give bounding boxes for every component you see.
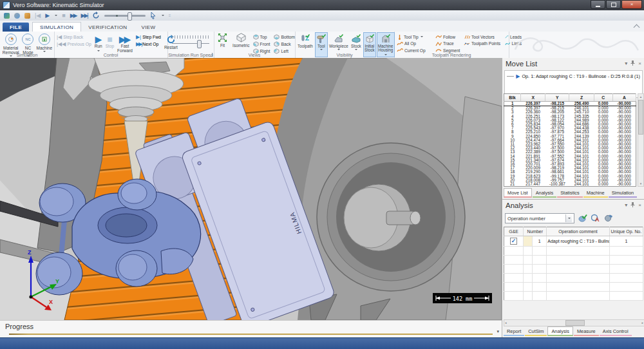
play-icon[interactable]: ▶: [45, 12, 50, 19]
column-header[interactable]: Unique Op. No.: [609, 227, 643, 236]
open-icon[interactable]: [24, 13, 30, 19]
column-header[interactable]: C: [594, 94, 612, 102]
app-menu-icon[interactable]: [4, 13, 10, 19]
dialog-launcher-icon[interactable]: [209, 53, 213, 57]
table-row[interactable]: ✓ 1 Adapt roughing C : T19 - Bullnose - …: [504, 236, 643, 247]
column-header[interactable]: Number: [524, 227, 547, 236]
scroll-right-icon[interactable]: ▸: [641, 320, 643, 325]
close-button[interactable]: ×: [621, 0, 642, 9]
panel-menu-icon[interactable]: ▾: [625, 61, 627, 66]
operation-tree-item[interactable]: ▶ Op. 1: Adapt roughing C : T19 - Bullno…: [507, 73, 640, 79]
stop-icon[interactable]: ■: [62, 12, 65, 19]
play-dropdown-icon[interactable]: [55, 15, 57, 17]
panel-tab-measure[interactable]: Measure: [574, 327, 599, 336]
collapse-ribbon-icon[interactable]: [634, 24, 640, 31]
table-row[interactable]: 1226.397-98.215256.4900.000-90.000: [504, 102, 636, 106]
fast-forward-icon[interactable]: ▶▶: [70, 12, 77, 19]
pin-icon[interactable]: [630, 61, 635, 67]
speed-slider-quick[interactable]: [104, 15, 146, 17]
step-fwd-button[interactable]: ▶|Step Fwd: [136, 33, 161, 41]
run-button[interactable]: ▶ Run: [95, 33, 102, 53]
isometric-view-button[interactable]: Isometric: [231, 32, 251, 55]
panel-menu-icon[interactable]: ▾: [625, 203, 627, 208]
table-row[interactable]: 2226.397-98.215246.1010.000-90.000: [504, 106, 636, 111]
panel-tab-analysis[interactable]: Analysis: [533, 189, 557, 198]
minimize-button[interactable]: [591, 0, 605, 9]
view-bottom-button[interactable]: Bottom: [274, 33, 295, 41]
pin-icon[interactable]: [630, 202, 635, 209]
column-header[interactable]: Operation comment: [547, 227, 609, 236]
column-header[interactable]: X: [521, 94, 545, 102]
scroll-left-icon[interactable]: ◂: [505, 320, 507, 325]
column-header[interactable]: A: [612, 94, 636, 102]
tool-tip-button[interactable]: Tool Tip: [397, 33, 434, 41]
column-header[interactable]: Blk: [504, 94, 521, 102]
pointer-icon[interactable]: [150, 12, 156, 19]
table-row[interactable]: 21217.447-100.387244.1010.000-90.000: [504, 182, 636, 187]
viewport-3d[interactable]: HILMA Z Y: [0, 58, 502, 320]
panel-tab-statistics[interactable]: Statistics: [557, 189, 583, 198]
analysis-settings-icon[interactable]: [603, 214, 613, 223]
all-op-button[interactable]: All Op: [397, 41, 434, 48]
step-back-icon[interactable]: |◀: [35, 12, 41, 19]
dropdown-arrow-icon: [355, 49, 357, 52]
step-back-button[interactable]: |◀Step Back: [57, 33, 91, 41]
panel-tab-move-list[interactable]: Move List: [504, 188, 532, 198]
column-header[interactable]: Z: [569, 94, 594, 102]
panel-tab-analysis[interactable]: Analysis: [547, 326, 573, 336]
operation-number: 1: [533, 236, 547, 247]
trace-button[interactable]: Trace: [435, 41, 462, 48]
color-by-icon[interactable]: A: [591, 214, 600, 223]
next-op-button[interactable]: ▶▶|Next Op: [136, 41, 161, 48]
toolpath-squiggle-icon: [435, 34, 442, 39]
follow-button[interactable]: Follow: [435, 33, 462, 41]
dropdown-button[interactable]: [565, 214, 572, 222]
scrollbar-thumb[interactable]: [638, 100, 643, 135]
panel-tab-axis-control[interactable]: Axis Control: [600, 327, 632, 336]
fast-forward-button[interactable]: ▶▶ Fast Forward: [117, 33, 133, 53]
restore-button[interactable]: [606, 0, 621, 9]
column-header[interactable]: Y: [545, 94, 569, 102]
step-back-icon: |◀: [57, 35, 62, 40]
tab-verification[interactable]: VERIFICATION: [81, 23, 134, 32]
next-op-icon[interactable]: ▶▶|: [80, 12, 87, 19]
tab-view[interactable]: VIEW: [134, 23, 162, 32]
fit-icon: [218, 33, 227, 43]
ge-checkbox[interactable]: ✓: [510, 238, 517, 245]
progress-dropdown-icon[interactable]: ▾: [497, 329, 499, 334]
tab-file[interactable]: FILE: [3, 23, 29, 32]
panel-tab-report[interactable]: Report: [504, 327, 524, 336]
fit-view-button[interactable]: Fit: [216, 32, 229, 55]
analysis-table: G&E Number Operation comment Unique Op. …: [504, 227, 643, 301]
panel-tab-machine[interactable]: Machine: [583, 189, 608, 198]
move-list-scrollbar[interactable]: ▴ ▾: [638, 93, 644, 187]
close-panel-icon[interactable]: ×: [638, 203, 641, 208]
analysis-scrollbar[interactable]: ◂ ▸: [504, 319, 644, 326]
move-list-title: Move List: [506, 60, 537, 68]
panel-tab-cutsim[interactable]: CutSim: [525, 327, 547, 336]
view-back-button[interactable]: Back: [274, 41, 295, 48]
scroll-down-icon[interactable]: ▾: [638, 181, 643, 186]
analysis-filter-dropdown[interactable]: Operation number: [505, 213, 574, 223]
sync-icon[interactable]: [14, 13, 20, 19]
tool-vectors-button[interactable]: Tool Vectors: [464, 33, 504, 41]
scrollbar-thumb[interactable]: [565, 320, 585, 326]
restart-icon[interactable]: [92, 12, 100, 19]
panel-tab-simulation[interactable]: Simulation: [609, 189, 638, 198]
speed-slider[interactable]: [172, 43, 209, 44]
view-top-button[interactable]: Top: [253, 33, 270, 41]
analysis-title: Analysis: [506, 202, 533, 209]
view-front-button[interactable]: Front: [253, 41, 270, 48]
pointer-dropdown-icon[interactable]: [162, 15, 164, 17]
toolpath-points-button[interactable]: Toolpath Points: [464, 41, 504, 48]
more-commands-icon[interactable]: ≡: [169, 12, 171, 19]
toolpath-icon: [300, 33, 310, 44]
previous-op-button[interactable]: |◀◀Previous Op: [57, 41, 91, 48]
refresh-results-icon[interactable]: [578, 214, 587, 223]
close-panel-icon[interactable]: ×: [638, 61, 641, 66]
minimize-icon: [596, 3, 600, 7]
tab-simulation[interactable]: SIMULATION: [32, 22, 81, 32]
scroll-up-icon[interactable]: ▴: [638, 94, 643, 99]
column-header[interactable]: G&E: [504, 227, 524, 236]
stop-button[interactable]: ■ Stop: [106, 33, 114, 48]
